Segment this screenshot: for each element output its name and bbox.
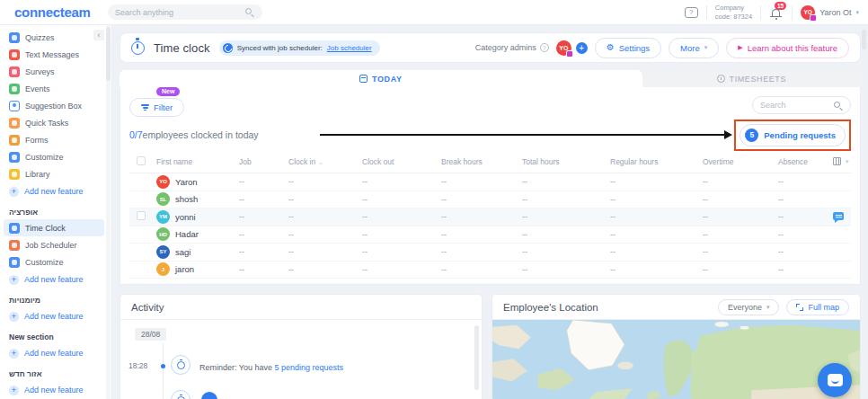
global-search-input[interactable] <box>115 8 241 17</box>
help-tooltip-icon[interactable]: ? <box>540 43 549 52</box>
sidebar-item-job-scheduler[interactable]: Job Scheduler <box>0 236 104 253</box>
table-row[interactable]: SYsagi ---------------- <box>129 244 851 262</box>
map-image <box>492 320 860 399</box>
col-overtime[interactable]: Overtime <box>699 157 775 166</box>
cell-empty: -- <box>518 177 607 186</box>
tab-today[interactable]: TODAY <box>120 70 642 87</box>
col-clock-out[interactable]: Clock out <box>359 157 438 166</box>
sidebar-collapse-button[interactable]: ‹ <box>93 30 104 40</box>
global-search[interactable] <box>108 4 262 20</box>
divider <box>760 5 761 20</box>
sidebar-item-label: Text Messages <box>25 50 79 59</box>
col-total-hours[interactable]: Total hours <box>518 157 607 166</box>
table-search[interactable] <box>752 96 851 114</box>
user-menu[interactable]: YO Yaron Ot ▾ <box>801 5 859 20</box>
play-icon: ▶ <box>738 44 742 51</box>
sidebar-item-label: Events <box>25 84 50 93</box>
add-new-feature-button[interactable]: +Add new feature <box>0 381 111 399</box>
tab-timesheets[interactable]: TIMESHEETS <box>642 70 861 87</box>
table-search-input[interactable] <box>760 101 832 110</box>
sidebar-item-quick-tasks[interactable]: Quick Tasks <box>0 114 104 131</box>
divider <box>706 5 707 20</box>
avatar: SL <box>156 192 170 206</box>
employee-location-map[interactable] <box>492 320 860 399</box>
full-map-button[interactable]: Full map <box>786 299 849 315</box>
activity-date-chip: 28/08 <box>135 328 166 341</box>
clocked-in-count: 0/7 <box>129 129 143 140</box>
activity-avatar-icon <box>201 392 217 399</box>
column-picker-button[interactable]: ▾ <box>829 157 853 165</box>
col-first-name[interactable]: First name <box>153 157 235 166</box>
sidebar-section-skills: מיומנויות <box>0 288 111 307</box>
sidebar-item-quizzes[interactable]: Quizzes <box>0 29 104 46</box>
search-icon <box>245 8 252 14</box>
cell-empty: -- <box>775 265 829 274</box>
filter-label: Filter <box>154 102 173 112</box>
sidebar-item-customize[interactable]: Customize <box>0 148 104 165</box>
help-icon[interactable]: ? <box>685 7 698 18</box>
sidebar-item-text-messages[interactable]: Text Messages <box>0 46 104 63</box>
table-row[interactable]: YOYaron ---------------- <box>129 173 851 191</box>
reminder-text: Reminder: You have <box>199 363 275 372</box>
col-clock-in[interactable]: Clock in⌄ <box>285 157 359 166</box>
columns-icon <box>833 157 841 165</box>
sidebar-item-surveys[interactable]: Surveys <box>0 63 104 80</box>
notifications-button[interactable]: 15 <box>769 5 784 20</box>
table-header: First name Job Clock in⌄ Clock out Break… <box>129 150 851 173</box>
filter-icon <box>141 104 149 111</box>
col-break-hours[interactable]: Break hours <box>438 157 518 166</box>
company-code: Company code: 87324 <box>715 4 752 21</box>
sidebar-item-label: Quizzes <box>25 33 55 42</box>
cell-empty: -- <box>607 230 699 239</box>
activity-title: Activity <box>131 302 164 313</box>
admin-avatar[interactable]: YO <box>556 40 571 56</box>
add-new-feature-button[interactable]: +Add new feature <box>0 270 111 288</box>
more-button[interactable]: More ▾ <box>669 38 719 58</box>
cell-empty: -- <box>775 195 829 204</box>
col-absence[interactable]: Absence <box>775 157 829 166</box>
sidebar-item-label: Time Clock <box>25 224 66 233</box>
table-row[interactable]: SLshosh ---------------- <box>129 191 851 209</box>
job-scheduler-link[interactable]: Job scheduler <box>327 44 372 52</box>
activity-scrollbar[interactable] <box>474 325 479 390</box>
tab-today-label: TODAY <box>372 75 403 84</box>
add-admin-button[interactable]: + <box>576 42 588 54</box>
bell-icon <box>772 9 780 16</box>
sidebar-section-new-area: אזור חדש <box>0 362 111 381</box>
learn-about-feature-button[interactable]: ▶ Learn about this feature <box>726 38 849 58</box>
chevron-down-icon: ▾ <box>855 9 859 16</box>
filter-button[interactable]: Filter <box>129 98 184 117</box>
pending-requests-button[interactable]: 5 Pending requests <box>740 124 846 146</box>
cell-empty: -- <box>699 195 775 204</box>
more-label: More <box>680 43 700 53</box>
sidebar-item-events[interactable]: Events <box>0 80 104 97</box>
add-new-feature-button[interactable]: +Add new feature <box>0 307 111 325</box>
sidebar: ‹ Quizzes Text Messages Surveys Events S… <box>0 25 112 399</box>
table-row[interactable]: HDHadar ---------------- <box>129 226 851 244</box>
add-new-feature-button[interactable]: +Add new feature <box>0 344 111 362</box>
sidebar-scrollbar[interactable] <box>106 27 111 81</box>
row-checkbox[interactable] <box>137 211 146 220</box>
sidebar-item-customize-2[interactable]: Customize <box>0 253 104 270</box>
connecteam-logo[interactable]: connecteam <box>14 4 108 20</box>
sidebar-item-suggestion-box[interactable]: Suggestion Box <box>0 97 104 114</box>
chat-icon[interactable] <box>833 212 844 220</box>
col-job[interactable]: Job <box>235 157 285 166</box>
user-avatar: YO <box>801 5 815 20</box>
activity-entry-text: Reminder: You have 5 pending requests <box>199 363 343 372</box>
annotation-arrow <box>320 134 724 136</box>
sidebar-item-library[interactable]: Library <box>0 165 104 182</box>
select-all-checkbox[interactable] <box>137 156 146 165</box>
table-row[interactable]: Jjaron ---------------- <box>129 262 851 279</box>
col-regular-hours[interactable]: Regular hours <box>607 157 699 166</box>
cell-empty: -- <box>235 212 285 221</box>
table-row-selected[interactable]: YMyonni ---------------- <box>129 208 851 226</box>
add-new-feature-button[interactable]: +Add new feature <box>0 182 111 200</box>
cell-empty: -- <box>699 177 775 186</box>
sidebar-item-forms[interactable]: Forms <box>0 131 104 148</box>
sidebar-item-time-clock[interactable]: Time Clock <box>4 219 104 236</box>
pending-requests-link[interactable]: 5 pending requests <box>275 363 344 372</box>
chat-widget-button[interactable] <box>818 363 852 397</box>
everyone-filter-dropdown[interactable]: Everyone ▾ <box>718 299 780 315</box>
settings-button[interactable]: ⚙ Settings <box>595 38 661 58</box>
